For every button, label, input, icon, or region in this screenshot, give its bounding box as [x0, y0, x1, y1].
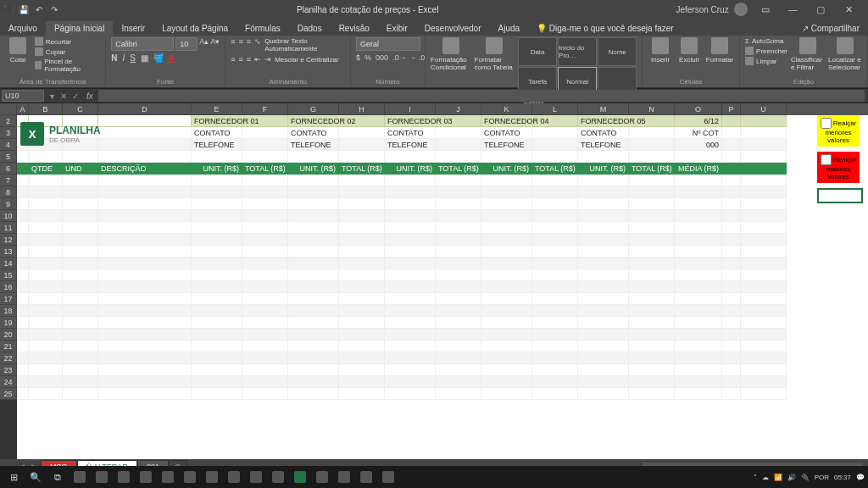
sort-filter-button[interactable]: Classificar e Filtrar: [791, 37, 825, 71]
taskbar-app[interactable]: [202, 468, 222, 486]
taskbar-app[interactable]: [356, 468, 376, 486]
taskbar-app[interactable]: [378, 468, 398, 486]
highlight-higher-checkbox[interactable]: Realçar maiores valores: [817, 152, 860, 183]
taskbar-app[interactable]: [136, 468, 156, 486]
taskbar-app[interactable]: [334, 468, 354, 486]
format-painter-button[interactable]: Pincel de Formatação: [35, 58, 101, 73]
taskbar-app[interactable]: [268, 468, 288, 486]
currency-icon[interactable]: $: [356, 53, 360, 62]
copy-button[interactable]: Copiar: [35, 47, 101, 56]
taskbar-app[interactable]: [70, 468, 90, 486]
tray-wifi-icon[interactable]: 📶: [774, 474, 782, 481]
tab-dados[interactable]: Dados: [289, 21, 331, 36]
tray-time[interactable]: 05:37: [834, 474, 851, 481]
taskbar-app[interactable]: [246, 468, 266, 486]
maximize-icon[interactable]: ▢: [808, 4, 833, 15]
comma-icon[interactable]: 000: [376, 53, 388, 62]
bold-button[interactable]: N: [111, 53, 117, 63]
align-left-icon[interactable]: ≡: [231, 55, 235, 64]
tray-notif-icon[interactable]: 💬: [856, 474, 865, 481]
taskbar-app[interactable]: [180, 468, 200, 486]
taskbar-app[interactable]: [312, 468, 332, 486]
paste-button[interactable]: Colar: [5, 37, 31, 64]
tab-pagina-inicial[interactable]: Página Inicial: [46, 21, 113, 36]
underline-button[interactable]: S: [130, 53, 136, 63]
clear-button[interactable]: Limpar: [745, 57, 787, 65]
fill-button[interactable]: Preencher: [745, 47, 787, 55]
tray-cloud-icon[interactable]: ☁: [762, 474, 769, 481]
format-cells-button[interactable]: Formatar: [705, 37, 734, 64]
avatar[interactable]: [734, 3, 748, 16]
ribbon-options-icon[interactable]: ▭: [753, 4, 778, 15]
conditional-format-button[interactable]: Formatação Condicional: [431, 37, 471, 71]
find-select-button[interactable]: Localizar e Selecionar: [828, 37, 862, 71]
indent-inc-icon[interactable]: ⇥: [264, 55, 271, 64]
decrease-font-icon[interactable]: A▾: [210, 37, 220, 51]
style-inicio[interactable]: Início do Pro…: [558, 37, 597, 66]
tab-formulas[interactable]: Fórmulas: [236, 21, 289, 36]
tab-inserir[interactable]: Inserir: [113, 21, 153, 36]
taskbar-app[interactable]: [224, 468, 244, 486]
column-headers[interactable]: ABCDEFGHIJKLMNOPU: [17, 103, 868, 115]
taskbar-app[interactable]: [158, 468, 178, 486]
border-button[interactable]: ▦: [141, 53, 148, 63]
close-icon[interactable]: ✕: [836, 4, 861, 15]
taskbar-app[interactable]: [92, 468, 112, 486]
italic-button[interactable]: I: [123, 53, 125, 63]
cut-button[interactable]: Recortar: [35, 37, 101, 46]
tray-battery-icon[interactable]: 🔌: [801, 474, 810, 481]
cancel-icon[interactable]: ✕: [58, 92, 70, 101]
fx-icon[interactable]: fx: [81, 92, 98, 101]
insert-cells-button[interactable]: Inserir: [648, 37, 673, 64]
start-button[interactable]: ⊞: [3, 468, 24, 486]
autosave-toggle[interactable]: ⬛: [3, 4, 14, 14]
minimize-icon[interactable]: —: [780, 4, 805, 14]
formula-input[interactable]: [98, 90, 865, 102]
taskbar-app[interactable]: [290, 468, 310, 486]
enter-icon[interactable]: ✓: [70, 92, 81, 101]
increase-font-icon[interactable]: A▴: [199, 37, 209, 51]
fill-color-button[interactable]: 🪣: [153, 53, 164, 63]
align-right-icon[interactable]: ≡: [247, 55, 251, 64]
tab-exibir[interactable]: Exibir: [378, 21, 416, 36]
save-icon[interactable]: 💾: [19, 4, 29, 14]
dec-decimal-icon[interactable]: ←.0: [411, 53, 426, 62]
percent-icon[interactable]: %: [364, 53, 371, 62]
align-bottom-icon[interactable]: ≡: [247, 37, 251, 53]
select-all-corner[interactable]: [0, 103, 17, 115]
tell-me[interactable]: 💡 Diga-me o que você deseja fazer: [528, 21, 682, 36]
style-data[interactable]: Data: [518, 37, 557, 66]
namebox-drop-icon[interactable]: ▾: [46, 92, 58, 101]
tab-revisao[interactable]: Revisão: [331, 21, 378, 36]
indent-dec-icon[interactable]: ⇤: [254, 55, 261, 64]
inc-decimal-icon[interactable]: .0→: [392, 53, 407, 62]
format-table-button[interactable]: Formatar como Tabela: [475, 37, 515, 71]
tab-desenvolvedor[interactable]: Desenvolvedor: [416, 21, 490, 36]
taskbar-app[interactable]: [114, 468, 134, 486]
row-headers[interactable]: 2345678910111213141516171819202122232425: [0, 115, 17, 400]
wrap-text-button[interactable]: Quebrar Texto Automaticamente: [264, 37, 345, 53]
autosum-button[interactable]: ΣAutoSoma: [745, 37, 787, 45]
font-color-button[interactable]: A: [169, 53, 175, 63]
name-box[interactable]: U10: [2, 90, 44, 102]
tab-ajuda[interactable]: Ajuda: [490, 21, 529, 36]
grid[interactable]: FORNECEDOR 01FORNECEDOR 02FORNECEDOR 03F…: [17, 115, 868, 459]
search-icon[interactable]: 🔍: [25, 468, 46, 486]
orientation-icon[interactable]: ⤡: [254, 37, 261, 53]
tab-layout[interactable]: Layout da Página: [153, 21, 236, 36]
align-middle-icon[interactable]: ≡: [239, 37, 243, 53]
font-family-combo[interactable]: Calibri: [111, 37, 174, 51]
undo-icon[interactable]: ↶: [34, 4, 44, 14]
redo-icon[interactable]: ↷: [49, 4, 59, 14]
share-button[interactable]: ↗ Compartilhar: [793, 21, 868, 36]
tray-lang[interactable]: POR: [815, 474, 829, 481]
highlight-lower-checkbox[interactable]: Realçar menores valores: [817, 115, 860, 147]
taskview-icon[interactable]: ⧉: [47, 468, 68, 486]
system-tray[interactable]: ˄ ☁ 📶 🔊 🔌 POR 05:37 💬: [754, 474, 865, 481]
font-size-combo[interactable]: 10: [175, 37, 198, 51]
delete-cells-button[interactable]: Excluir: [676, 37, 702, 64]
tray-volume-icon[interactable]: 🔊: [787, 474, 796, 481]
tab-arquivo[interactable]: Arquivo: [0, 21, 46, 36]
align-top-icon[interactable]: ≡: [231, 37, 235, 53]
number-format-combo[interactable]: Geral: [356, 37, 420, 51]
